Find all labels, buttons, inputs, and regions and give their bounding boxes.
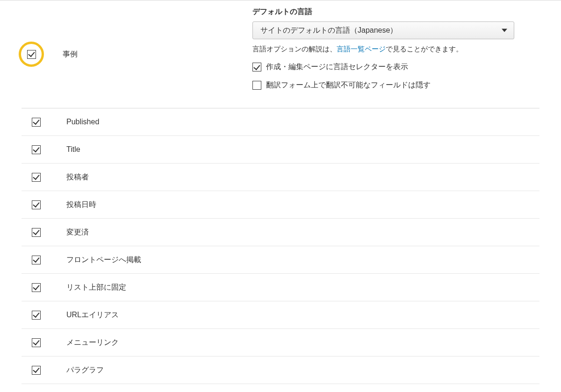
chevron-down-icon [502, 29, 507, 32]
help-suffix: で見ることができます。 [386, 45, 463, 53]
default-language-select-value: サイトのデフォルトの言語（Japanese） [260, 26, 397, 36]
field-label: リスト上部に固定 [66, 283, 126, 292]
field-checkbox[interactable] [32, 118, 41, 127]
field-label: フロントページへ掲載 [66, 255, 141, 265]
jirei-checkbox[interactable] [27, 50, 36, 59]
show-language-selector-checkbox[interactable] [252, 63, 261, 71]
field-row: URLエイリアス [22, 301, 539, 329]
field-list: PublishedTitle投稿者投稿日時変更済フロントページへ掲載リスト上部に… [0, 108, 561, 384]
field-label: 投稿者 [66, 172, 89, 182]
language-list-link[interactable]: 言語一覧ページ [337, 45, 386, 53]
field-row: リスト上部に固定 [22, 274, 539, 301]
field-label: Published [66, 118, 99, 126]
field-checkbox[interactable] [32, 256, 41, 264]
field-checkbox[interactable] [32, 283, 41, 292]
field-label: メニューリンク [66, 338, 119, 348]
field-checkbox[interactable] [32, 145, 41, 154]
field-label: Title [66, 145, 80, 154]
hide-untranslatable-checkbox[interactable] [252, 81, 261, 90]
default-language-label: デフォルトの言語 [252, 7, 561, 17]
field-row: 投稿日時 [22, 191, 539, 219]
field-row: 投稿者 [22, 164, 539, 191]
default-language-select[interactable]: サイトのデフォルトの言語（Japanese） [252, 21, 514, 39]
field-checkbox[interactable] [32, 173, 41, 182]
field-label: URLエイリアス [66, 310, 119, 320]
field-label: 変更済 [66, 228, 89, 237]
field-checkbox[interactable] [32, 200, 41, 209]
field-checkbox[interactable] [32, 338, 41, 347]
help-prefix: 言語オプションの解説は、 [252, 45, 337, 53]
field-row: 変更済 [22, 219, 539, 246]
field-row: メニューリンク [22, 329, 539, 356]
field-checkbox[interactable] [32, 311, 41, 320]
field-label: パラグラフ [66, 365, 104, 375]
field-label: 投稿日時 [66, 200, 96, 210]
language-help-text: 言語オプションの解説は、言語一覧ページで見ることができます。 [252, 45, 561, 54]
hide-untranslatable-label: 翻訳フォーム上で翻訳不可能なフィールドは隠す [266, 80, 431, 90]
jirei-label: 事例 [63, 50, 78, 59]
field-row: パラグラフ [22, 356, 539, 384]
field-checkbox[interactable] [32, 228, 41, 237]
field-checkbox[interactable] [32, 366, 41, 375]
field-row: Published [22, 108, 539, 136]
highlight-circle [19, 42, 44, 67]
field-row: Title [22, 136, 539, 164]
show-language-selector-label: 作成・編集ページに言語セレクターを表示 [266, 62, 408, 72]
field-row: フロントページへ掲載 [22, 246, 539, 274]
